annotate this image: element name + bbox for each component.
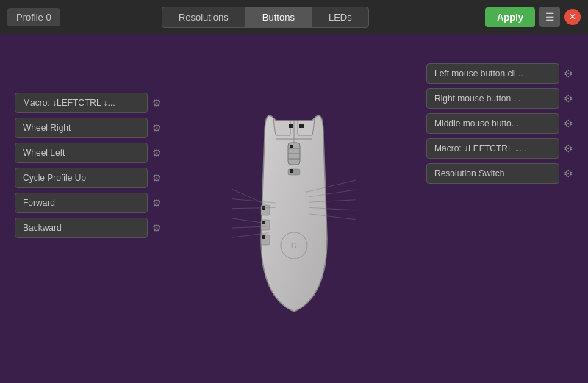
macro-right-button[interactable]: Macro: ↓LEFTCTRL ↓... (426, 138, 559, 159)
tab-leds[interactable]: LEDs (312, 7, 369, 28)
header-actions: Apply ☰ ✕ (485, 7, 581, 27)
gear-icon-left-0[interactable]: ⚙ (152, 97, 162, 109)
left-click-button[interactable]: Left mouse button cli... (426, 63, 559, 84)
svg-rect-14 (290, 169, 293, 173)
svg-rect-16 (262, 235, 265, 239)
middle-click-button[interactable]: Middle mouse butto... (426, 113, 559, 134)
right-btn-row-0: Left mouse button cli... ⚙ (426, 63, 573, 84)
gear-icon-left-5[interactable]: ⚙ (152, 222, 162, 234)
backward-button[interactable]: Backward (15, 218, 148, 238)
wheel-right-button[interactable]: Wheel Right (15, 118, 148, 138)
left-macro-button[interactable]: Macro: ↓LEFTCTRL ↓... (15, 93, 148, 113)
left-btn-row-0: Macro: ↓LEFTCTRL ↓... ⚙ (15, 93, 162, 113)
tab-buttons[interactable]: Buttons (245, 7, 312, 28)
svg-rect-17 (262, 206, 265, 210)
wheel-left-button[interactable]: Wheel Left (15, 143, 148, 163)
gear-icon-right-1[interactable]: ⚙ (564, 93, 573, 104)
forward-button[interactable]: Forward (15, 193, 148, 213)
left-panel: Macro: ↓LEFTCTRL ↓... ⚙ Wheel Right ⚙ Wh… (15, 49, 162, 368)
gear-icon-right-0[interactable]: ⚙ (564, 68, 573, 79)
svg-rect-12 (289, 124, 293, 128)
main-content: Macro: ↓LEFTCTRL ↓... ⚙ Wheel Right ⚙ Wh… (0, 34, 588, 383)
right-btn-row-1: Right mouse button ... ⚙ (426, 88, 573, 109)
header: Profile 0 Resolutions Buttons LEDs Apply… (0, 0, 588, 34)
tabs-group: Resolutions Buttons LEDs (162, 7, 369, 28)
cycle-profile-button[interactable]: Cycle Profile Up (15, 168, 148, 188)
right-btn-row-2: Middle mouse butto... ⚙ (426, 113, 573, 134)
gear-icon-right-2[interactable]: ⚙ (564, 118, 573, 129)
svg-rect-18 (290, 145, 293, 148)
close-button[interactable]: ✕ (564, 9, 581, 25)
left-btn-row-4: Forward ⚙ (15, 193, 162, 213)
gear-icon-left-2[interactable]: ⚙ (152, 147, 162, 159)
mouse-diagram: G (169, 49, 419, 368)
left-btn-row-1: Wheel Right ⚙ (15, 118, 162, 138)
tab-resolutions[interactable]: Resolutions (162, 7, 245, 28)
menu-button[interactable]: ☰ (539, 7, 560, 27)
apply-button[interactable]: Apply (485, 7, 535, 27)
mouse-svg: G (235, 91, 353, 326)
gear-icon-right-4[interactable]: ⚙ (564, 168, 573, 179)
left-btn-row-3: Cycle Profile Up ⚙ (15, 168, 162, 188)
gear-icon-left-4[interactable]: ⚙ (152, 197, 162, 209)
left-btn-row-2: Wheel Left ⚙ (15, 143, 162, 163)
profile-badge[interactable]: Profile 0 (7, 8, 60, 26)
left-btn-row-5: Backward ⚙ (15, 218, 162, 238)
svg-text:G: G (291, 242, 297, 250)
right-btn-row-3: Macro: ↓LEFTCTRL ↓... ⚙ (426, 138, 573, 159)
svg-rect-15 (262, 221, 265, 224)
gear-icon-left-3[interactable]: ⚙ (152, 172, 162, 184)
gear-icon-left-1[interactable]: ⚙ (152, 122, 162, 134)
gear-icon-right-3[interactable]: ⚙ (564, 143, 573, 154)
right-click-button[interactable]: Right mouse button ... (426, 88, 559, 109)
resolution-switch-button[interactable]: Resolution Switch (426, 163, 559, 184)
right-panel: Left mouse button cli... ⚙ Right mouse b… (426, 49, 573, 368)
right-btn-row-4: Resolution Switch ⚙ (426, 163, 573, 184)
svg-rect-13 (299, 124, 304, 128)
